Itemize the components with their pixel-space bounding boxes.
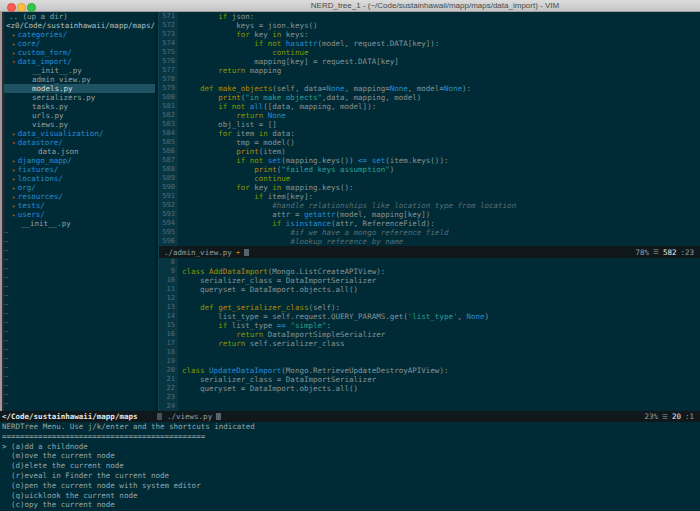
folder-closed-arrow-icon[interactable]: ▸ — [12, 175, 16, 182]
code-text: if not all([data, mapping, model]): — [178, 102, 376, 111]
code-line[interactable]: 10 serializer_class = DataImportSerializ… — [159, 276, 700, 285]
tree-item[interactable]: serializers.py — [4, 93, 155, 102]
code-line[interactable]: 581 if not all([data, mapping, model]): — [159, 102, 700, 111]
code-line[interactable]: 17 return self.serializer_class — [159, 339, 700, 348]
line-number: 11 — [159, 285, 178, 294]
tree-item[interactable]: __init__.py — [4, 219, 155, 228]
code-line[interactable]: 586 print(item) — [159, 147, 700, 156]
code-line[interactable]: 15 if list_type == "simple": — [159, 321, 700, 330]
tree-item[interactable]: ▸core/ — [4, 39, 155, 48]
folder-closed-arrow-icon[interactable]: ▸ — [12, 211, 16, 218]
tree-item[interactable]: models.py — [4, 84, 155, 93]
tree-item[interactable]: ▸categories/ — [4, 30, 155, 39]
folder-closed-arrow-icon[interactable]: ▸ — [12, 40, 16, 47]
folder-open-arrow-icon[interactable]: ▾ — [12, 139, 16, 146]
empty-line-tilde: ~ — [4, 318, 9, 327]
tree-item[interactable]: ▸django_mapp/ — [4, 156, 155, 165]
menu-item-label: (q)uicklook the current node — [11, 491, 137, 500]
tree-item[interactable]: views.py — [4, 120, 155, 129]
code-line[interactable]: 24 — [159, 402, 700, 411]
code-line[interactable]: 18 — [159, 348, 700, 357]
folder-closed-arrow-icon[interactable]: ▸ — [12, 166, 16, 173]
folder-closed-arrow-icon[interactable]: ▸ — [12, 184, 16, 191]
code-line[interactable]: 580 print("in make objects",data, mappin… — [159, 93, 700, 102]
folder-open-arrow-icon[interactable]: ▾ — [12, 58, 16, 65]
menu-item[interactable]: (d)elete the current node — [2, 461, 700, 471]
menu-item[interactable]: (q)uicklook the current node — [2, 491, 700, 501]
tree-item[interactable]: __init__.py — [4, 66, 155, 75]
tree-item[interactable]: admin_view.py — [4, 75, 155, 84]
code-line[interactable]: 9class AddDataImport(Mongo.ListCreateAPI… — [159, 267, 700, 276]
code-line[interactable]: 23 — [159, 393, 700, 402]
code-line[interactable]: 585 tmp = model() — [159, 138, 700, 147]
menu-item[interactable]: (m)ove the current node — [2, 451, 700, 461]
code-line[interactable]: 14 list_type = self.request.QUERY_PARAMS… — [159, 312, 700, 321]
code-line[interactable]: 13 def get_serializer_class(self): — [159, 303, 700, 312]
code-line[interactable]: 571 if json: — [159, 12, 700, 21]
folder-closed-arrow-icon[interactable]: ▸ — [12, 49, 16, 56]
tree-item[interactable]: tasks.py — [4, 102, 155, 111]
code-line[interactable]: 575 continue — [159, 48, 700, 57]
tree-item[interactable]: ▸users/ — [4, 210, 155, 219]
code-line[interactable]: 574 if not hasattr(model, request.DATA[k… — [159, 39, 700, 48]
code-line[interactable]: 595 #if we have a mongo reference field — [159, 228, 700, 237]
folder-closed-arrow-icon[interactable]: ▸ — [12, 202, 16, 209]
code-line[interactable]: 583 obj_list = [] — [159, 120, 700, 129]
tree-item[interactable]: .. (up a dir) — [4, 12, 155, 21]
code-line[interactable]: 8 — [159, 258, 700, 267]
folder-closed-arrow-icon[interactable]: ▸ — [12, 130, 16, 137]
tree-item[interactable]: ▸tests/ — [4, 201, 155, 210]
menu-item[interactable]: >(a)dd a childnode — [2, 442, 700, 452]
line-number: 581 — [159, 102, 178, 111]
tree-item[interactable]: ▸locations/ — [4, 174, 155, 183]
tree-item[interactable]: ▸custom_form/ — [4, 48, 155, 57]
tree-item[interactable]: data.json — [4, 147, 155, 156]
tree-item[interactable]: ▸org/ — [4, 183, 155, 192]
code-line[interactable]: 21 serializer_class = DataImportSerializ… — [159, 375, 700, 384]
zoom-button[interactable] — [27, 3, 36, 12]
tree-item[interactable]: <z0/Code/sustainhawaii/mapp/maps/ — [4, 21, 155, 30]
tree-item-label: tasks.py — [32, 102, 68, 111]
menu-item[interactable]: (r)eveal in Finder the current node — [2, 471, 700, 481]
code-line[interactable]: 590 for key in mapping.keys(): — [159, 183, 700, 192]
code-line[interactable]: 22 queryset = DataImport.objects.all() — [159, 384, 700, 393]
close-button[interactable] — [7, 3, 16, 12]
code-line[interactable]: 587 if not set(mapping.keys()) <= set(it… — [159, 156, 700, 165]
code-line[interactable]: 594 if isinstance(attr, ReferenceField): — [159, 219, 700, 228]
code-line[interactable]: 20class UpdateDataImport(Mongo.RetrieveU… — [159, 366, 700, 375]
code-line[interactable]: 584 for item in data: — [159, 129, 700, 138]
code-line[interactable]: 582 return None — [159, 111, 700, 120]
folder-closed-arrow-icon[interactable]: ▸ — [12, 157, 16, 164]
empty-line-tilde: ~ — [4, 264, 9, 273]
code-line[interactable]: 11 queryset = DataImport.objects.all() — [159, 285, 700, 294]
code-line[interactable]: 16 return DataImportSimpleSerializer — [159, 330, 700, 339]
code-line[interactable]: 592 #handle relationships like location … — [159, 201, 700, 210]
tree-item[interactable]: ▾data_import/ — [4, 57, 155, 66]
code-line[interactable]: 588 print("failed keys assumption") — [159, 165, 700, 174]
code-line[interactable]: 596 #lookup reference by name — [159, 237, 700, 246]
code-line[interactable]: 573 for key in keys: — [159, 30, 700, 39]
code-line[interactable]: 591 if item[key]: — [159, 192, 700, 201]
code-line[interactable]: 12 — [159, 294, 700, 303]
line-number: 575 — [159, 48, 178, 57]
tree-item[interactable]: ▾datastore/ — [4, 138, 155, 147]
code-line[interactable]: 579 def make_objects(self, data=None, ma… — [159, 84, 700, 93]
menu-item[interactable]: (c)opy the current node — [2, 500, 700, 510]
menu-item[interactable]: (o)pen the current node with system edit… — [2, 481, 700, 491]
code-line[interactable]: 589 continue — [159, 174, 700, 183]
minimize-button[interactable] — [17, 3, 26, 12]
tree-item[interactable]: ▸resources/ — [4, 192, 155, 201]
code-line[interactable]: 572 keys = json.keys() — [159, 21, 700, 30]
folder-closed-arrow-icon[interactable]: ▸ — [12, 31, 16, 38]
code-text: mapping[key] = request.DATA[key] — [178, 57, 399, 66]
code-line[interactable]: 577 return mapping — [159, 66, 700, 75]
line-number: 571 — [159, 12, 178, 21]
code-line[interactable]: 19 — [159, 357, 700, 366]
tree-item[interactable]: ▸fixtures/ — [4, 165, 155, 174]
tree-item[interactable]: ▸data_visualization/ — [4, 129, 155, 138]
code-line[interactable]: 576 mapping[key] = request.DATA[key] — [159, 57, 700, 66]
tree-item[interactable]: urls.py — [4, 111, 155, 120]
code-line[interactable]: 593 attr = getattr(model, mapping[key]) — [159, 210, 700, 219]
folder-closed-arrow-icon[interactable]: ▸ — [12, 193, 16, 200]
code-line[interactable]: 578 — [159, 75, 700, 84]
